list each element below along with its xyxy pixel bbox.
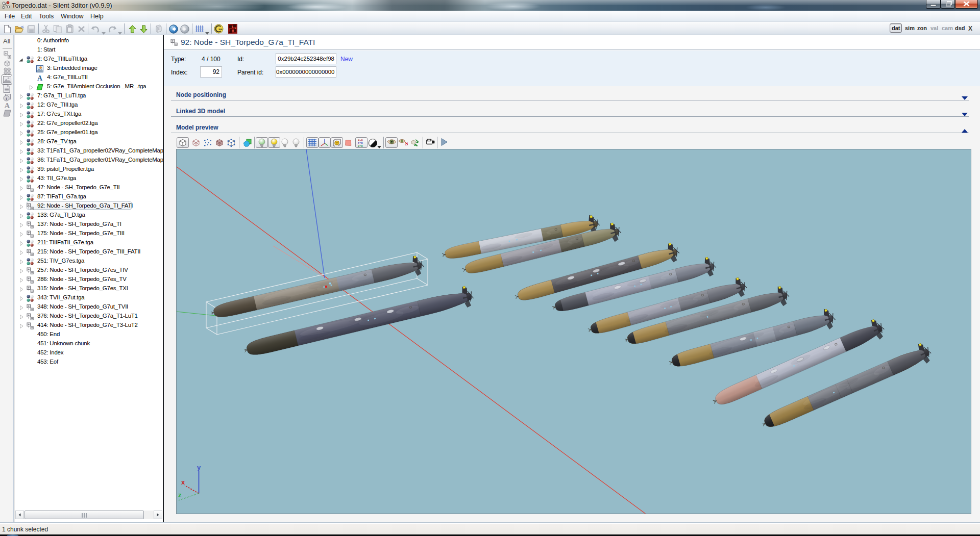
svg-text:z: z (178, 491, 182, 499)
svg-text:x: x (181, 478, 185, 486)
svg-text:A: A (5, 101, 10, 109)
svg-text:y: y (197, 464, 201, 471)
svg-text:A: A (37, 74, 43, 82)
svg-text:S: S (405, 140, 408, 146)
svg-text:we: we (218, 28, 222, 31)
svg-text:Z=0: Z=0 (358, 145, 363, 148)
